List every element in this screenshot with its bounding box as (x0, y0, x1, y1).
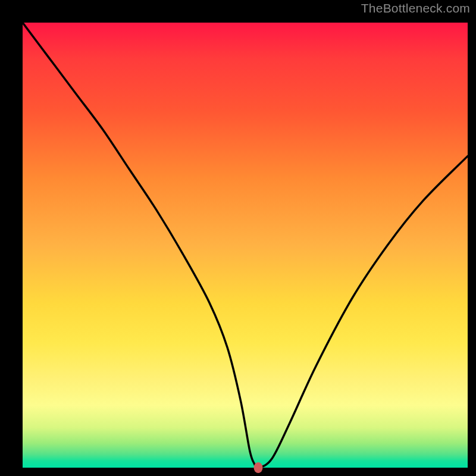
chart-plot-area (23, 23, 468, 468)
bottleneck-curve (23, 23, 468, 468)
chart-frame (7, 7, 469, 469)
optimal-point-marker (254, 462, 263, 473)
watermark-text: TheBottleneck.com (361, 1, 470, 15)
